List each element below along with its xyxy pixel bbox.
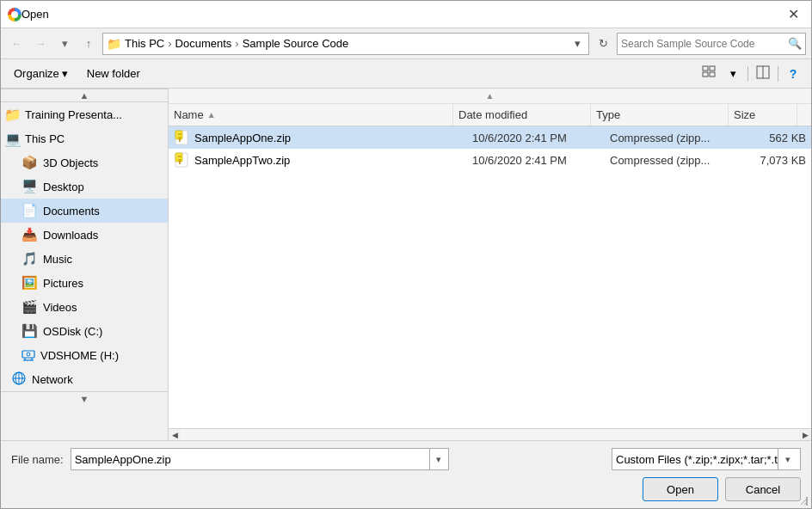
view-dropdown-button[interactable]: ▾ bbox=[722, 63, 744, 85]
network-icon bbox=[11, 371, 27, 388]
open-dialog: Open ✕ ← → ▾ ↑ 📁 This PC › Documents › S… bbox=[0, 0, 812, 509]
sidebar-label-music: Music bbox=[43, 253, 72, 266]
file-row-1[interactable]: SampleAppOne.zip 10/6/2020 2:41 PM Compr… bbox=[169, 126, 811, 149]
downloads-icon: 📥 bbox=[22, 227, 38, 242]
refresh-button[interactable]: ↻ bbox=[593, 33, 613, 55]
col-header-date[interactable]: Date modified bbox=[453, 104, 591, 126]
filename-label: File name: bbox=[11, 453, 64, 466]
pictures-icon: 🖼️ bbox=[22, 275, 38, 291]
file-list-container: ▲ Name ▲ Date modified Type Size bbox=[169, 89, 811, 440]
up-button[interactable]: ↑ bbox=[78, 34, 99, 54]
file-list: SampleAppOne.zip 10/6/2020 2:41 PM Compr… bbox=[169, 126, 811, 428]
sidebar-item-desktop[interactable]: 🖥️ Desktop bbox=[1, 175, 168, 199]
sidebar-label-3d-objects: 3D Objects bbox=[43, 156, 98, 169]
sidebar-item-osdisk[interactable]: 💾 OSDisk (C:) bbox=[1, 319, 168, 343]
filetype-dropdown-button[interactable]: ▾ bbox=[778, 449, 797, 469]
sidebar-scroll-down[interactable]: ▼ bbox=[1, 391, 168, 405]
filename-dropdown-button[interactable]: ▾ bbox=[429, 449, 448, 469]
svg-rect-26 bbox=[178, 159, 181, 161]
app-icon bbox=[8, 8, 22, 21]
svg-rect-1 bbox=[710, 66, 715, 71]
file-cell-type-2: Compressed (zipp... bbox=[605, 154, 742, 167]
h-scrollbar-track bbox=[181, 429, 799, 441]
sidebar-item-3d-objects[interactable]: 📦 3D Objects bbox=[1, 150, 168, 175]
svg-rect-2 bbox=[703, 72, 708, 77]
dialog-title: Open bbox=[22, 8, 782, 21]
view-separator-2 bbox=[778, 66, 778, 82]
breadcrumb-sample-source-code[interactable]: Sample Source Code bbox=[243, 37, 349, 50]
address-dropdown-button[interactable]: ▾ bbox=[569, 34, 585, 54]
col-header-size[interactable]: Size bbox=[729, 104, 797, 126]
preview-pane-button[interactable] bbox=[752, 63, 774, 85]
refresh-icon: ↻ bbox=[599, 37, 608, 50]
close-button[interactable]: ✕ bbox=[782, 3, 804, 26]
sidebar-label-desktop: Desktop bbox=[43, 181, 84, 193]
file-row-2[interactable]: SampleAppTwo.zip 10/6/2020 2:41 PM Compr… bbox=[169, 149, 811, 171]
forward-button[interactable]: → bbox=[30, 34, 51, 54]
filetype-text: Custom Files (*.zip;*.zipx;*.tar;*.t bbox=[616, 453, 778, 466]
folder-icon: 📁 bbox=[107, 37, 121, 51]
svg-rect-18 bbox=[178, 133, 181, 135]
col-header-type[interactable]: Type bbox=[591, 104, 729, 126]
search-input[interactable] bbox=[621, 38, 784, 50]
col-header-name[interactable]: Name ▲ bbox=[169, 104, 453, 126]
organize-button[interactable]: Organize ▾ bbox=[8, 63, 74, 85]
recent-locations-button[interactable]: ▾ bbox=[54, 34, 75, 54]
search-box: 🔍 bbox=[617, 33, 806, 55]
svg-point-10 bbox=[27, 353, 30, 356]
filename-input[interactable] bbox=[71, 453, 429, 466]
h-scroll-right-button[interactable]: ▶ bbox=[799, 429, 811, 441]
dropdown-icon: ▾ bbox=[62, 37, 68, 50]
sidebar-item-training[interactable]: 📁 Training Presenta... bbox=[1, 102, 168, 126]
filename-row: File name: ▾ Custom Files (*.zip;*.zipx;… bbox=[11, 448, 801, 470]
col-type-label: Type bbox=[596, 108, 620, 121]
preview-pane-icon bbox=[756, 65, 770, 82]
cancel-button[interactable]: Cancel bbox=[725, 477, 801, 501]
osdisk-icon: 💾 bbox=[22, 323, 38, 339]
breadcrumb-documents[interactable]: Documents bbox=[175, 37, 232, 50]
organize-label: Organize bbox=[14, 67, 59, 80]
vdshome-icon bbox=[22, 347, 35, 364]
sidebar-item-music[interactable]: 🎵 Music bbox=[1, 247, 168, 271]
col-date-label: Date modified bbox=[458, 108, 527, 121]
svg-rect-3 bbox=[710, 72, 715, 77]
zip-icon-2 bbox=[174, 152, 189, 168]
sidebar-item-videos[interactable]: 🎬 Videos bbox=[1, 295, 168, 319]
sidebar-item-pictures[interactable]: 🖼️ Pictures bbox=[1, 271, 168, 295]
folder-icon: 📁 bbox=[4, 107, 22, 123]
back-icon: ← bbox=[11, 37, 22, 50]
sidebar-item-documents[interactable]: 📄 Documents bbox=[1, 199, 168, 223]
sidebar-label-osdisk: OSDisk (C:) bbox=[43, 325, 102, 338]
svg-rect-25 bbox=[178, 157, 181, 159]
h-scroll-left-button[interactable]: ◀ bbox=[169, 429, 181, 441]
search-icon[interactable]: 🔍 bbox=[788, 37, 802, 50]
filename-2: SampleAppTwo.zip bbox=[194, 154, 290, 167]
col-size-label: Size bbox=[734, 108, 755, 121]
open-button[interactable]: Open bbox=[643, 477, 718, 501]
sidebar-label-this-pc: This PC bbox=[25, 132, 65, 145]
sidebar-item-vdshome[interactable]: VDSHOME (H:) bbox=[1, 343, 168, 367]
svg-rect-24 bbox=[178, 156, 181, 157]
sort-up-arrow[interactable]: ▲ bbox=[169, 89, 811, 104]
svg-line-28 bbox=[804, 501, 808, 505]
filetype-select-wrapper: Custom Files (*.zip;*.zipx;*.tar;*.t ▾ bbox=[612, 448, 801, 470]
horizontal-scrollbar[interactable]: ◀ ▶ bbox=[169, 428, 811, 440]
resize-handle[interactable] bbox=[799, 496, 811, 508]
sidebar-item-this-pc[interactable]: 💻 This PC bbox=[1, 126, 168, 150]
sidebar-label-videos: Videos bbox=[43, 301, 77, 314]
back-button[interactable]: ← bbox=[6, 34, 27, 54]
sidebar-scroll-up[interactable]: ▲ bbox=[1, 89, 168, 102]
sidebar-item-downloads[interactable]: 📥 Downloads bbox=[1, 223, 168, 247]
view-grid-button[interactable] bbox=[698, 63, 720, 85]
this-pc-icon: 💻 bbox=[4, 131, 22, 147]
sidebar-label-vdshome: VDSHOME (H:) bbox=[40, 349, 119, 362]
new-folder-button[interactable]: New folder bbox=[81, 63, 146, 85]
breadcrumb-this-pc[interactable]: This PC bbox=[125, 37, 164, 50]
help-button[interactable]: ? bbox=[782, 63, 804, 85]
file-cell-size-2: 7,073 KB bbox=[742, 154, 811, 167]
view-controls: ▾ ? bbox=[698, 63, 804, 85]
view-dropdown-icon: ▾ bbox=[730, 67, 736, 80]
svg-rect-0 bbox=[703, 66, 708, 71]
sidebar-item-network[interactable]: Network bbox=[1, 367, 168, 391]
address-bar[interactable]: 📁 This PC › Documents › Sample Source Co… bbox=[102, 33, 589, 55]
